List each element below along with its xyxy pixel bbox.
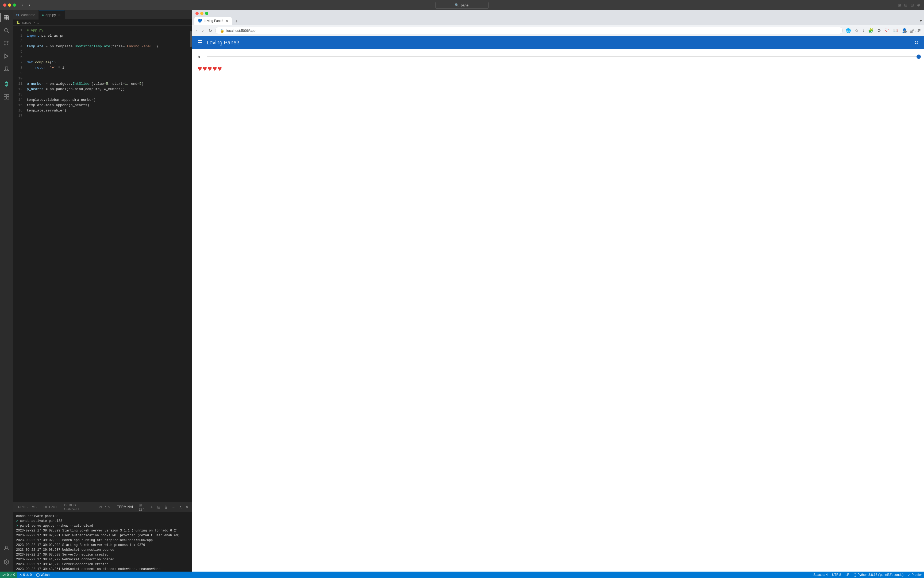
split-editor-icon[interactable]: ⊟: [904, 2, 908, 8]
code-editor[interactable]: 1 2 3 4 5 6 7 8 9 10 11 12 13 14 15 16 1: [13, 26, 190, 502]
browser-minimize-button[interactable]: [200, 12, 203, 15]
status-right: Spaces: 4 UTF-8 LF { } Python 3.8.16 ('p…: [812, 572, 924, 578]
tab-ports[interactable]: PORTS: [96, 504, 114, 510]
code-line-6: [27, 55, 190, 60]
int-slider[interactable]: [207, 56, 919, 57]
terminal-panel: PROBLEMS OUTPUT DEBUG CONSOLE PORTS TERM…: [13, 502, 192, 572]
tab-output[interactable]: OUTPUT: [41, 504, 60, 510]
close-panel-button[interactable]: ✕: [185, 505, 190, 510]
code-line-17: [27, 114, 190, 119]
tab-welcome[interactable]: ⊙ Welcome: [13, 10, 39, 19]
browser-tab-active[interactable]: 💙 Loving Panel! ✕: [194, 17, 232, 25]
maximize-traffic-light[interactable]: [13, 3, 16, 6]
bookmark-icon[interactable]: ☆: [853, 27, 860, 34]
downloads-icon[interactable]: ↓: [861, 27, 866, 34]
extensions-icon[interactable]: 🧩: [867, 27, 875, 34]
activity-extensions[interactable]: [0, 90, 13, 103]
browser-address-bar[interactable]: 🔒 localhost:5006/app: [215, 27, 843, 34]
more-actions-button[interactable]: ⋯: [915, 29, 919, 34]
settings-icon[interactable]: ⚙: [876, 27, 882, 34]
tab-app-py[interactable]: ● app.py ×: [39, 10, 65, 19]
python-item[interactable]: { } Python 3.8.16 ('panel38': conda): [851, 572, 906, 578]
kill-terminal-button[interactable]: 🗑: [163, 505, 169, 510]
minimize-traffic-light[interactable]: [8, 3, 11, 6]
add-terminal-button[interactable]: ＋: [149, 504, 154, 510]
heart-4: ♥: [213, 65, 217, 73]
panel-main-content: 5 ♥ ♥ ♥ ♥ ♥: [192, 49, 924, 78]
errors-item[interactable]: ✕ 0 ⚠ 0: [17, 572, 34, 578]
browser-close-button[interactable]: [195, 12, 199, 15]
new-tab-button[interactable]: ＋: [233, 16, 240, 25]
code-line-4: template = pn.template.BootstrapTemplate…: [27, 44, 190, 49]
browser-content: ☰ Loving Panel! ↻ 5 ♥ ♥ ♥: [192, 36, 924, 572]
maximize-panel-button[interactable]: ∧: [178, 505, 183, 510]
prettier-item[interactable]: ✓ Prettier: [906, 572, 924, 578]
hamburger-menu-icon[interactable]: ☰: [198, 39, 202, 46]
split-terminal-button[interactable]: ⊟: [156, 505, 161, 510]
heart-1: ♥: [198, 65, 202, 73]
slider-thumb[interactable]: [916, 55, 921, 59]
adblock-icon[interactable]: 🛡: [883, 27, 890, 34]
close-traffic-light[interactable]: [3, 3, 6, 6]
activity-source-control[interactable]: [0, 37, 13, 50]
tab-debug-console[interactable]: DEBUG CONSOLE: [61, 502, 95, 512]
tab-problems[interactable]: PROBLEMS: [15, 504, 40, 510]
layout-icon[interactable]: ⊞: [897, 2, 901, 8]
status-bar: ⎇ 0 △ 0 ✕ 0 ⚠ 0 ◯ Watch Spaces: 4 UTF-8 …: [0, 572, 924, 578]
activity-test[interactable]: [0, 63, 13, 75]
browser-maximize-button[interactable]: [205, 12, 208, 15]
breadcrumb-file: app.py: [22, 21, 31, 24]
code-line-10: [27, 76, 190, 81]
encoding-item[interactable]: UTF-8: [830, 572, 843, 578]
code-content[interactable]: # app.py import panel as pn template = p…: [26, 26, 190, 502]
run-code-button[interactable]: ▶: [904, 29, 908, 34]
forward-button[interactable]: ›: [27, 2, 32, 8]
back-button[interactable]: ‹: [20, 2, 25, 8]
svg-line-8: [5, 55, 8, 56]
breadcrumb-more: ...: [36, 21, 39, 24]
svg-point-13: [6, 83, 6, 83]
git-branch-item[interactable]: ⎇ 0 △ 0: [0, 572, 17, 578]
browser-reload-button[interactable]: ↻: [207, 27, 214, 34]
titlebar: ‹ › 🔍 panel ⊞ ⊟ ⊡ ⊕: [0, 0, 924, 10]
git-sync-icon: △: [10, 573, 12, 577]
activity-search[interactable]: [0, 24, 13, 37]
browser-back-button[interactable]: ‹: [194, 27, 199, 34]
eol-item[interactable]: LF: [843, 572, 851, 578]
layout-sidebar-icon[interactable]: ⊡: [910, 2, 914, 8]
browser-forward-button[interactable]: ›: [201, 27, 205, 34]
activity-explorer[interactable]: [0, 11, 13, 24]
editor-vertical-scrollbar[interactable]: [190, 26, 192, 502]
tab-terminal[interactable]: TERMINAL: [114, 504, 137, 510]
heart-2: ♥: [203, 65, 207, 73]
eol-label: LF: [845, 573, 849, 577]
reading-icon[interactable]: 📖: [892, 27, 900, 34]
activity-settings[interactable]: [0, 555, 13, 568]
svg-rect-17: [4, 97, 6, 99]
git-ahead-count: 0: [13, 573, 15, 577]
browser-chrome: 💙 Loving Panel! ✕ ＋ ▾ ‹ › ↻ 🔒 localhost:…: [192, 10, 924, 36]
spaces-item[interactable]: Spaces: 4: [812, 572, 830, 578]
command-palette[interactable]: 🔍 panel: [435, 2, 489, 8]
more-layout-icon[interactable]: ⊕: [916, 2, 921, 8]
heart-5: ♥: [218, 65, 222, 73]
browser-tab-favicon: 💙: [198, 19, 202, 23]
panel-slider-row: 5: [198, 54, 919, 59]
term-line-1: > conda activate panel38: [16, 519, 189, 523]
activity-python[interactable]: [0, 78, 13, 90]
activity-run[interactable]: [0, 50, 13, 63]
slider-fill: [207, 56, 919, 57]
terminal-content[interactable]: conda activate panel38 > conda activate …: [13, 512, 192, 572]
traffic-lights: [3, 3, 16, 6]
tab-list-button[interactable]: ▾: [920, 19, 922, 23]
terminal-more-button[interactable]: ⋯: [171, 505, 177, 510]
code-line-12: p_hearts = pn.panel(pn.bind(compute, w_n…: [27, 87, 190, 92]
term-line-4: 2023-09-22 17:39:02,901 User authenticat…: [16, 533, 189, 538]
activity-accounts[interactable]: [0, 542, 13, 554]
tab-close-button[interactable]: ×: [57, 13, 61, 17]
panel-refresh-icon[interactable]: ↻: [914, 39, 919, 46]
watch-item[interactable]: ◯ Watch: [34, 572, 52, 578]
split-editor-button[interactable]: ⊟: [909, 29, 913, 34]
translate-icon[interactable]: 🌐: [844, 27, 853, 34]
browser-tab-close-button[interactable]: ✕: [226, 19, 229, 23]
